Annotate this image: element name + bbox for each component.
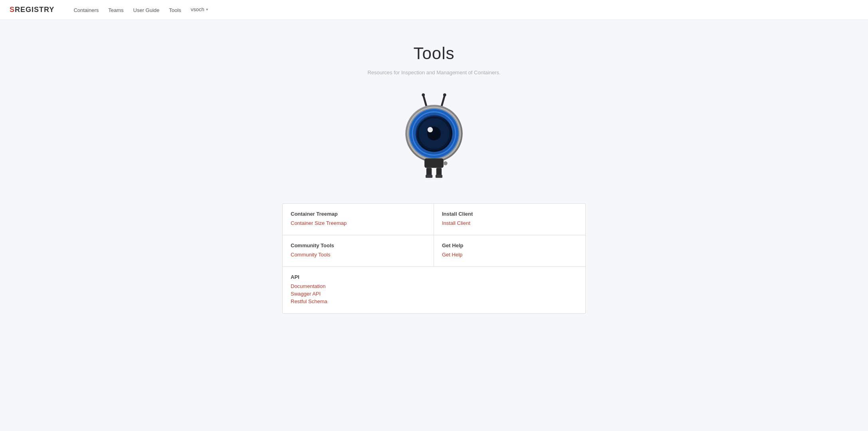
nav-userguide-link[interactable]: User Guide (133, 7, 160, 13)
nav-containers-link[interactable]: Containers (73, 7, 99, 13)
cell-link-container-size-treemap[interactable]: Container Size Treemap (291, 220, 426, 226)
mascot-robot-icon (394, 91, 474, 179)
svg-line-1 (442, 95, 445, 106)
svg-point-3 (443, 93, 446, 97)
cell-link-install-client[interactable]: Install Client (442, 220, 577, 226)
tools-row-3: API Documentation Swagger API Restful Sc… (283, 267, 585, 313)
nav-item-containers: Containers (73, 6, 99, 14)
svg-point-16 (428, 127, 433, 132)
svg-rect-17 (424, 158, 444, 168)
main-content: Tools Resources for Inspection and Manag… (0, 20, 868, 346)
navbar: SREGISTRY Containers Teams User Guide To… (0, 0, 868, 20)
nav-vsoch-dropdown[interactable]: vsoch ▾ (191, 6, 208, 12)
cell-link-get-help[interactable]: Get Help (442, 252, 577, 258)
cell-title-container-treemap: Container Treemap (291, 211, 426, 217)
cell-link-community-tools[interactable]: Community Tools (291, 252, 426, 258)
tools-cell-get-help: Get Help Get Help (434, 235, 585, 266)
tools-cell-install-client: Install Client Install Client (434, 204, 585, 235)
tools-row-2: Community Tools Community Tools Get Help… (283, 235, 585, 267)
tools-cell-community-tools: Community Tools Community Tools (283, 235, 434, 266)
svg-line-0 (423, 95, 426, 106)
nav-teams-link[interactable]: Teams (108, 7, 123, 13)
svg-point-23 (415, 179, 453, 179)
cell-title-community-tools: Community Tools (291, 242, 426, 248)
tools-cell-container-treemap: Container Treemap Container Size Treemap (283, 204, 434, 235)
nav-tools-link[interactable]: Tools (169, 7, 181, 13)
nav-links: Containers Teams User Guide Tools vsoch … (73, 6, 208, 14)
nav-item-tools: Tools (169, 6, 181, 14)
nav-item-userguide: User Guide (133, 6, 160, 14)
tools-cell-api: API Documentation Swagger API Restful Sc… (283, 267, 585, 313)
tools-grid: Container Treemap Container Size Treemap… (282, 203, 586, 314)
brand-registry: REGISTRY (15, 6, 54, 14)
brand-logo[interactable]: SREGISTRY (10, 6, 54, 14)
svg-point-22 (444, 161, 448, 165)
page-title: Tools (413, 44, 454, 63)
cell-title-api: API (291, 274, 577, 280)
page-subtitle: Resources for Inspection and Management … (367, 70, 500, 75)
svg-point-2 (422, 93, 425, 97)
mascot-container (394, 91, 474, 179)
tools-row-1: Container Treemap Container Size Treemap… (283, 204, 585, 235)
svg-rect-21 (436, 175, 442, 178)
cell-title-install-client: Install Client (442, 211, 577, 217)
nav-vsoch-label: vsoch (191, 6, 204, 12)
svg-rect-20 (426, 175, 432, 178)
nav-item-vsoch: vsoch ▾ (191, 6, 208, 14)
chevron-down-icon: ▾ (206, 7, 208, 12)
cell-title-get-help: Get Help (442, 242, 577, 248)
cell-link-documentation[interactable]: Documentation (291, 283, 577, 289)
cell-link-restful-schema[interactable]: Restful Schema (291, 298, 577, 304)
brand-s: S (10, 6, 15, 14)
nav-item-teams: Teams (108, 6, 123, 14)
cell-link-swagger-api[interactable]: Swagger API (291, 291, 577, 297)
